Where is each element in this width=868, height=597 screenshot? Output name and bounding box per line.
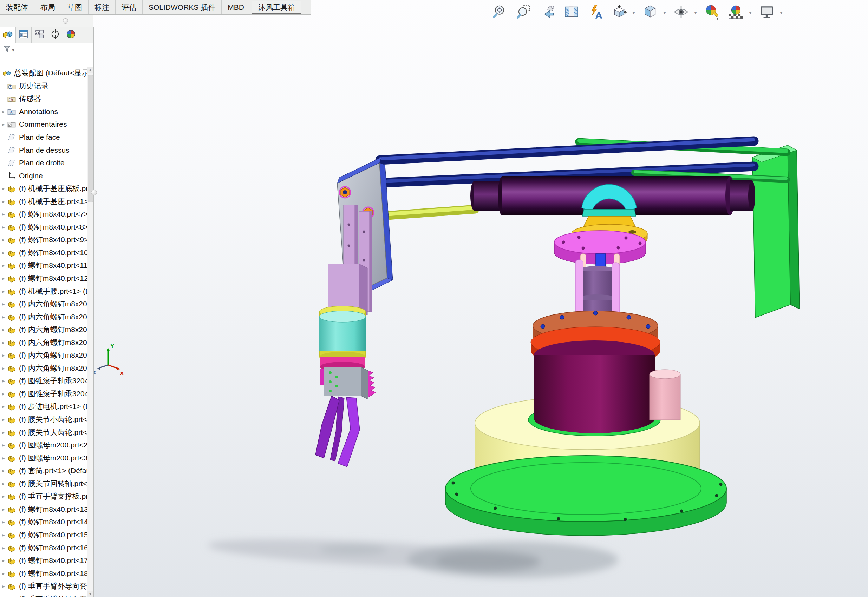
tree-item[interactable]: 传感器 — [0, 92, 87, 105]
expand-arrow-icon[interactable]: ▸ — [0, 558, 7, 563]
tree-item[interactable]: ▸(f) 螺钉m8x40.prt<13> (Défaut< — [0, 503, 87, 516]
expand-arrow-icon[interactable]: ▸ — [0, 481, 7, 486]
expand-arrow-icon[interactable]: ▸ — [0, 417, 7, 422]
zoom-to-fit-button[interactable] — [490, 3, 509, 22]
tree-item[interactable]: ▸(f) 腰关节大齿轮.prt<1> (Défaut< — [0, 426, 87, 439]
fm-display-tab[interactable] — [63, 27, 79, 43]
expand-arrow-icon[interactable]: ▸ — [0, 122, 7, 127]
expand-arrow-icon[interactable]: ▸ — [0, 442, 7, 448]
expand-arrow-icon[interactable]: ▸ — [0, 391, 7, 397]
tree-item[interactable]: ▸(f) 机械手基座底板.prt<1> (Défau — [0, 182, 87, 195]
expand-arrow-icon[interactable]: ▸ — [0, 314, 7, 320]
scroll-up-arrow[interactable]: ▲ — [87, 67, 94, 73]
expand-arrow-icon[interactable]: ▸ — [0, 224, 7, 230]
apply-scene-button[interactable] — [727, 3, 745, 22]
hide-show-items-button[interactable] — [671, 3, 691, 22]
command-tab-5[interactable]: 评估 — [116, 0, 143, 14]
vertical-arm[interactable] — [328, 205, 372, 315]
tree-item[interactable]: ▸(f) 内六角螺钉m8x20.prt<6> (Déf — [0, 298, 87, 310]
hide-show-items-dropdown-arrow[interactable]: ▾ — [692, 9, 699, 16]
tree-item[interactable]: ▸(f) 螺钉m8x40.prt<8> (Défaut<< — [0, 221, 87, 234]
tree-item[interactable]: ▸(f) 螺钉m8x40.prt<14> (Défaut< — [0, 515, 87, 529]
tree-item[interactable]: ▸Commentaires — [0, 118, 87, 131]
dynamic-annotation-views-button[interactable] — [586, 3, 605, 22]
command-tab-8[interactable]: 沐风工具箱 — [252, 1, 301, 14]
tree-item[interactable]: ▸(f) 圆螺母m200.prt<2> (Défaut< — [0, 439, 87, 452]
tree-item[interactable]: ▸(f) 垂直手臂外导向套.prt<2> (Déf — [0, 593, 87, 597]
previous-view-button[interactable] — [538, 3, 557, 22]
tree-item[interactable]: 历史记录 — [0, 80, 87, 93]
tree-item[interactable]: ▸(f) 内六角螺钉m8x20.prt<9> (Déf — [0, 336, 87, 349]
tree-item[interactable]: ▸(f) 螺钉m8x40.prt<11> (Défaut< — [0, 259, 87, 272]
expand-arrow-icon[interactable]: ▸ — [0, 378, 7, 384]
command-tab-3[interactable]: 草图 — [61, 0, 88, 14]
tree-item[interactable]: ▸(f) 内六角螺钉m8x20.prt<7> (Déf — [0, 310, 87, 323]
expand-arrow-icon[interactable]: ▸ — [0, 186, 7, 191]
display-style-button[interactable] — [641, 3, 660, 22]
expand-arrow-icon[interactable]: ▸ — [0, 288, 7, 294]
view-orientation-dropdown-arrow[interactable]: ▾ — [630, 9, 637, 16]
tree-item[interactable]: ▸(f) 圆锥滚子轴承32040.prt<2> (D — [0, 388, 87, 401]
expand-arrow-icon[interactable]: ▸ — [0, 532, 7, 538]
expand-arrow-icon[interactable]: ▸ — [0, 301, 7, 307]
expand-arrow-icon[interactable]: ▸ — [0, 263, 7, 268]
tree-item[interactable]: ▸(f) 螺钉m8x40.prt<12> (Défaut< — [0, 272, 87, 285]
command-tab-4[interactable]: 标注 — [88, 0, 116, 14]
expand-arrow-icon[interactable]: ▸ — [0, 199, 7, 204]
gripper[interactable] — [316, 306, 376, 467]
command-tab-7[interactable]: MBD — [222, 0, 250, 14]
tree-item[interactable]: ▸(f) 套筒.prt<1> (Défaut<<Défaut — [0, 464, 87, 477]
tree-scrollbar[interactable]: ▲ ▼ — [87, 67, 94, 597]
expand-arrow-icon[interactable]: ▸ — [0, 429, 7, 435]
edit-appearance-button[interactable] — [703, 3, 722, 22]
filter-dropdown-arrow[interactable]: ▾ — [12, 47, 14, 53]
scroll-thumb[interactable] — [88, 75, 93, 202]
command-tab-6[interactable]: SOLIDWORKS 插件 — [143, 0, 222, 14]
expand-arrow-icon[interactable]: ▸ — [0, 327, 7, 333]
command-tab-2[interactable]: 布局 — [34, 0, 61, 14]
expand-arrow-icon[interactable]: ▸ — [0, 493, 7, 499]
fm-tree-tab[interactable] — [0, 27, 16, 43]
tree-item[interactable]: ▸(f) 螺钉m8x40.prt<9> (Défaut<< — [0, 233, 87, 247]
expand-arrow-icon[interactable]: ▸ — [0, 237, 7, 242]
tree-item[interactable]: Plan de droite — [0, 156, 87, 169]
expand-arrow-icon[interactable]: ▸ — [0, 365, 7, 371]
tree-item[interactable]: Plan de face — [0, 131, 87, 144]
tree-item[interactable]: ▸(f) 螺钉m8x40.prt<7> (Défaut<< — [0, 208, 87, 221]
tree-item[interactable]: ▸(f) 步进电机.prt<1> (Défaut<<Dé — [0, 400, 87, 413]
panel-splitter-handle[interactable] — [91, 190, 97, 196]
expand-arrow-icon[interactable]: ▸ — [0, 109, 7, 114]
expand-arrow-icon[interactable]: ▸ — [0, 340, 7, 345]
expand-arrow-icon[interactable]: ▸ — [0, 455, 7, 461]
tree-item[interactable]: ▸(f) 圆螺母m200.prt<3> (Défaut< — [0, 451, 87, 464]
tree-filter-row[interactable]: ▾ — [0, 43, 94, 57]
tree-item[interactable]: ▸(f) 机械手基座.prt<1> (Défaut<< — [0, 195, 87, 208]
tree-item[interactable]: ▸(f) 机械手腰.prt<1> (Défaut<<Dé — [0, 285, 87, 298]
tree-item[interactable]: Origine — [0, 169, 87, 182]
expand-arrow-icon[interactable]: ▸ — [0, 519, 7, 525]
tree-item[interactable]: ▸(f) 螺钉m8x40.prt<15> (Défaut< — [0, 529, 87, 542]
fm-dimxpert-tab[interactable] — [48, 27, 63, 43]
tree-item[interactable]: ▸(f) 螺钉m8x40.prt<18> (Défaut< — [0, 567, 87, 580]
expand-arrow-icon[interactable]: ▸ — [0, 468, 7, 474]
expand-arrow-icon[interactable]: ▸ — [0, 571, 7, 576]
filter-funnel-icon[interactable] — [3, 45, 11, 55]
view-orientation-button[interactable] — [610, 3, 629, 22]
fm-configurations-tab[interactable] — [31, 27, 48, 43]
expand-arrow-icon[interactable]: ▸ — [0, 404, 7, 409]
tree-item[interactable]: ▸(f) 内六角螺钉m8x20.prt<10> (Dé — [0, 349, 87, 362]
expand-arrow-icon[interactable]: ▸ — [0, 250, 7, 255]
zoom-to-area-button[interactable] — [514, 3, 533, 22]
expand-arrow-icon[interactable]: ▸ — [0, 276, 7, 281]
expand-arrow-icon[interactable]: ▸ — [0, 211, 7, 217]
tree-item[interactable]: ▸AAnnotations — [0, 105, 87, 118]
view-settings-dropdown-arrow[interactable]: ▾ — [778, 9, 785, 16]
expand-arrow-icon[interactable]: ▸ — [0, 506, 7, 512]
side-pin-cylinder[interactable] — [649, 370, 680, 420]
expand-arrow-icon[interactable]: ▸ — [0, 352, 7, 358]
lead-screw-rod[interactable] — [388, 208, 475, 215]
base-ring[interactable] — [445, 456, 727, 536]
tree-item[interactable]: Plan de dessus — [0, 144, 87, 156]
scroll-down-arrow[interactable]: ▼ — [87, 591, 94, 597]
tree-item[interactable]: ▸(f) 腰关节小齿轮.prt<1> (Défaut< — [0, 413, 87, 426]
